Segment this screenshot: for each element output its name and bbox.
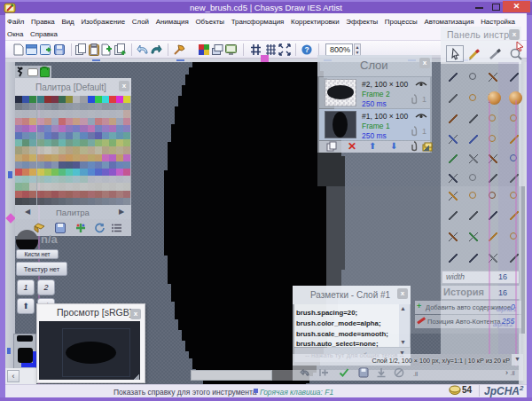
svg-text:?: ? xyxy=(304,45,309,54)
